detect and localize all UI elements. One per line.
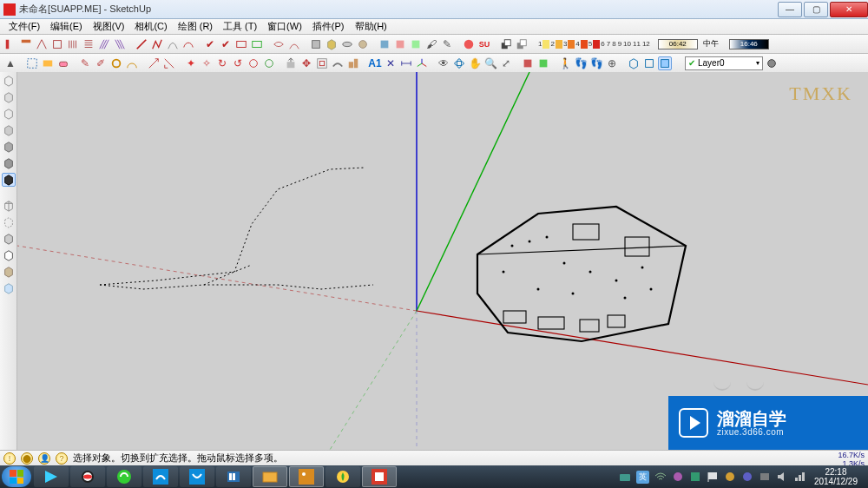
look-icon[interactable]: 👣 [574, 56, 588, 70]
cylinder-tool-icon[interactable] [340, 37, 354, 51]
pencil-icon[interactable]: ✎ [78, 56, 92, 70]
view-cube-icon[interactable] [2, 173, 16, 187]
style-xray-icon[interactable] [2, 281, 16, 295]
shadow-toggle-icon[interactable] [515, 37, 529, 51]
line-tool-icon[interactable] [135, 37, 148, 51]
suapp-icon[interactable]: SU [477, 37, 491, 51]
layer-dropdown[interactable]: ✔ Layer0 ▾ [685, 56, 763, 70]
menu-help[interactable]: 帮助(H) [350, 20, 392, 33]
box-tool-icon[interactable] [309, 37, 323, 51]
tool-icon[interactable] [82, 37, 95, 51]
star-icon[interactable]: ✦ [184, 56, 198, 70]
zoom-icon[interactable]: 🔍 [483, 56, 497, 70]
close-button[interactable]: ✕ [830, 2, 868, 17]
time-sunrise[interactable]: 06:42 [658, 39, 698, 49]
view-cube-icon[interactable] [2, 74, 16, 88]
section-icon[interactable] [521, 56, 535, 70]
curve-tool-icon[interactable] [287, 37, 301, 51]
check-icon[interactable]: ✔ [203, 37, 217, 51]
axes-icon[interactable] [415, 56, 429, 70]
menu-window[interactable]: 窗口(W) [262, 20, 307, 33]
shadow-toggle-icon[interactable] [499, 37, 513, 51]
arc-tool-icon[interactable] [166, 37, 180, 51]
protractor-icon[interactable] [125, 56, 139, 70]
eraser-icon[interactable] [56, 56, 70, 70]
menu-edit[interactable]: 编辑(E) [45, 20, 88, 33]
tool-icon[interactable] [66, 37, 80, 51]
curve-tool-icon[interactable] [272, 37, 286, 51]
pan-icon[interactable]: ✋ [468, 56, 482, 70]
rect-tool-icon[interactable] [250, 37, 264, 51]
scale-icon[interactable] [147, 56, 161, 70]
pencil-icon[interactable]: ✐ [94, 56, 108, 70]
network-icon[interactable] [793, 471, 806, 483]
walk-icon[interactable]: 👁 [437, 56, 450, 70]
tray-icon[interactable] [759, 471, 771, 483]
style-hidden-icon[interactable] [2, 215, 16, 229]
offset-icon[interactable] [315, 56, 329, 70]
tray-icon[interactable] [619, 471, 631, 483]
maximize-button[interactable]: ▢ [804, 2, 828, 17]
view-top-icon[interactable] [642, 56, 656, 70]
rect-select-icon[interactable] [25, 56, 39, 70]
rotate-icon[interactable]: ↺ [231, 56, 245, 70]
view-cube-icon[interactable] [2, 156, 16, 170]
task-item[interactable] [253, 466, 287, 487]
paint-icon[interactable] [378, 37, 391, 51]
status-icon[interactable]: ⬤ [21, 452, 33, 465]
section-icon[interactable] [536, 56, 550, 70]
menu-draw[interactable]: 绘图 (R) [173, 20, 218, 33]
text-icon[interactable]: A1 [368, 56, 382, 70]
tool-icon[interactable] [50, 37, 64, 51]
wifi-icon[interactable] [654, 471, 667, 483]
dim-icon[interactable] [399, 56, 413, 70]
task-item[interactable] [362, 466, 397, 487]
view-cube-icon[interactable] [2, 90, 16, 104]
tool-icon[interactable] [97, 37, 111, 51]
person-icon[interactable]: 🚶 [558, 56, 572, 70]
view-iso-icon[interactable] [627, 56, 641, 70]
zoom-extents-icon[interactable]: ⤢ [499, 56, 513, 70]
style-wire-icon[interactable] [2, 199, 16, 213]
paint-icon[interactable] [409, 37, 423, 51]
sphere-tool-icon[interactable] [356, 37, 370, 51]
style-mono-icon[interactable] [2, 248, 16, 262]
task-item[interactable] [70, 466, 105, 487]
status-icon[interactable]: ! [3, 452, 16, 465]
circle-tool-icon[interactable] [247, 56, 260, 70]
orbit-icon[interactable] [452, 56, 466, 70]
rect-tool-icon[interactable] [234, 37, 248, 51]
menu-file[interactable]: 文件(F) [3, 20, 45, 33]
paint-icon[interactable] [393, 37, 407, 51]
tool-icon[interactable] [3, 37, 17, 51]
position-icon[interactable]: 👣 [589, 56, 603, 70]
component-icon[interactable] [41, 56, 55, 70]
move-icon[interactable]: ✥ [299, 56, 313, 70]
task-item[interactable] [326, 466, 360, 487]
pushpull-icon[interactable] [284, 56, 298, 70]
tool-icon[interactable] [113, 37, 127, 51]
tray-icon[interactable] [689, 471, 701, 483]
ime-indicator[interactable]: 英 [636, 471, 649, 484]
view-cube-icon[interactable] [2, 107, 16, 121]
view-cube-icon[interactable] [2, 140, 16, 154]
check-icon[interactable]: ✔ [219, 37, 233, 51]
tool-icon[interactable] [35, 37, 49, 51]
menu-tools[interactable]: 工具 (T) [218, 20, 262, 33]
tool-icon[interactable] [19, 37, 33, 51]
task-item[interactable] [143, 466, 178, 487]
box-tool-icon[interactable] [325, 37, 339, 51]
task-item[interactable] [216, 466, 251, 487]
brush-icon[interactable]: ✎ [440, 37, 454, 51]
circle-tool-icon[interactable] [262, 56, 276, 70]
polyline-tool-icon[interactable] [150, 37, 164, 51]
view-cube-icon[interactable] [2, 123, 16, 137]
task-item[interactable] [289, 466, 324, 487]
task-item[interactable] [180, 466, 214, 487]
scale-icon[interactable] [162, 56, 176, 70]
minimize-button[interactable]: — [778, 2, 802, 17]
view-front-icon[interactable] [658, 56, 672, 70]
plugin-icon[interactable] [462, 37, 476, 51]
task-item[interactable] [34, 466, 69, 487]
tape-icon[interactable] [109, 56, 123, 70]
